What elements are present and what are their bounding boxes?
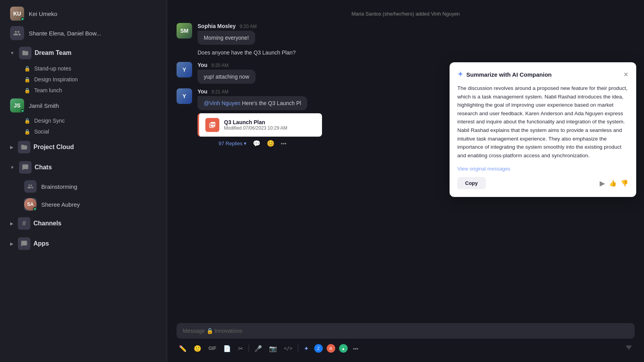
- sidebar-item-standup-label: Stand-up notes: [34, 65, 71, 72]
- sidebar-item-shante-label: Shante Elena, Daniel Bow...: [29, 30, 101, 37]
- message-sender-you-2: You: [198, 88, 207, 95]
- sidebar-item-design-inspiration[interactable]: 🔒 Design Inspiration: [3, 74, 164, 84]
- message-time-you-1: 9:20 AM: [211, 63, 228, 68]
- sidebar-section-project-cloud-label: Project Cloud: [33, 144, 74, 151]
- mention-vinh: @Vinh Nguyen: [204, 100, 240, 106]
- sidebar-item-team-lunch-label: Team lunch: [34, 87, 62, 93]
- lock-icon-team-lunch: 🔒: [24, 88, 30, 93]
- more-toolbar-button[interactable]: •••: [351, 344, 361, 353]
- folder-icon-project-cloud: [18, 141, 30, 153]
- message-time-sophia: 9:20 AM: [240, 24, 257, 29]
- filter-button[interactable]: [623, 343, 635, 354]
- avatar-shante-group: [10, 26, 24, 40]
- ai-copy-button[interactable]: Copy: [457, 177, 486, 189]
- sidebar-item-standup-notes[interactable]: 🔒 Stand-up notes: [3, 63, 164, 74]
- system-message: Maria Santos (she/her/hers) added Vinh N…: [177, 8, 635, 20]
- avatar-you-2: Y: [177, 88, 192, 104]
- chat-icon-chats: [19, 161, 32, 174]
- sidebar-section-project-cloud[interactable]: ▶ Project Cloud: [3, 138, 164, 156]
- file-details: Q3 Launch Plan Modified 07/06/2023 10:29…: [224, 119, 287, 131]
- ai-panel-title: ✦ Summarize with AI Companion: [457, 70, 551, 79]
- sidebar: KU Kei Umeko Shante Elena, Daniel Bow...…: [0, 0, 167, 362]
- ai-play-button[interactable]: ▶: [600, 179, 605, 188]
- sidebar-item-brainstorming[interactable]: Brainstorming: [3, 178, 164, 195]
- ai-thumbdown-button[interactable]: 👎: [621, 179, 628, 187]
- lock-icon-design-insp: 🔒: [24, 77, 30, 83]
- ai-thumbup-button[interactable]: 👍: [609, 179, 617, 187]
- message-content-sophia: Sophia Mosley 9:20 AM Morning everyone! …: [198, 23, 635, 57]
- sidebar-item-brainstorming-label: Brainstorming: [41, 183, 77, 190]
- message-input-box[interactable]: Message 🔒 Innovations: [177, 323, 635, 339]
- sidebar-item-jamil-smith[interactable]: JS Jamil Smith: [3, 96, 164, 115]
- message-bubble-you-1: yup! attaching now: [198, 70, 256, 84]
- sidebar-section-dream-team[interactable]: ▼ Dream Team: [3, 44, 164, 62]
- sidebar-section-channels-label: Channels: [33, 220, 61, 227]
- code-button[interactable]: </>: [282, 344, 295, 353]
- ai-view-original-link[interactable]: View original messages: [457, 166, 628, 172]
- ai-feedback-buttons: ▶ 👍 👎: [600, 179, 628, 188]
- sidebar-item-social-label: Social: [34, 128, 49, 135]
- message-input-area: Message 🔒 Innovations ✏️ 🙂 GIF 📄 ✂ 🎤 📷 <…: [167, 318, 644, 362]
- message-group-sophia: SM Sophia Mosley 9:20 AM Morning everyon…: [177, 23, 635, 57]
- message-sender-you-1: You: [198, 62, 207, 68]
- sidebar-item-sheree-label: Sheree Aubrey: [41, 201, 80, 208]
- online-indicator-sheree: [33, 207, 37, 211]
- sidebar-section-chats-label: Chats: [35, 164, 52, 171]
- sidebar-item-team-lunch[interactable]: 🔒 Team lunch: [3, 85, 164, 95]
- sidebar-item-social[interactable]: 🔒 Social: [3, 127, 164, 137]
- file-attachment-q3[interactable]: Q3 Launch Plan Modified 07/06/2023 10:29…: [198, 113, 322, 137]
- zoom-button[interactable]: Z: [314, 344, 323, 353]
- attach-file-button[interactable]: 📄: [221, 343, 233, 354]
- sidebar-section-apps[interactable]: ▶ Apps: [3, 234, 164, 253]
- ai-panel-body: The discussion revolves around a propose…: [457, 84, 628, 160]
- avatar-kei-umeko: KU: [10, 7, 24, 21]
- sidebar-section-apps-label: Apps: [33, 240, 49, 247]
- main-content: Maria Santos (she/her/hers) added Vinh N…: [167, 0, 644, 362]
- ai-panel-footer: Copy ▶ 👍 👎: [457, 177, 628, 189]
- message-toolbar: ✏️ 🙂 GIF 📄 ✂ 🎤 📷 </> ✦ Z ⚙ ▲ •••: [177, 343, 635, 354]
- toolbar-divider-2: [298, 344, 298, 352]
- more-options-button[interactable]: •••: [281, 141, 287, 147]
- sidebar-item-shante-group[interactable]: Shante Elena, Daniel Bow...: [3, 24, 164, 42]
- file-name: Q3 Launch Plan: [224, 119, 287, 125]
- input-placeholder-text: Message 🔒 Innovations: [183, 328, 242, 334]
- emoji-button[interactable]: 🙂: [191, 343, 204, 354]
- gif-button[interactable]: GIF: [206, 344, 219, 353]
- apps-icon: [18, 237, 30, 250]
- ai-star-icon: ✦: [457, 70, 463, 79]
- sidebar-item-jamil-label: Jamil Smith: [29, 102, 59, 109]
- drive-button[interactable]: ▲: [339, 344, 348, 353]
- lock-icon-social: 🔒: [24, 129, 30, 135]
- ai-button[interactable]: ✦: [301, 343, 311, 354]
- sidebar-section-chats[interactable]: ▼ Chats: [3, 158, 164, 177]
- folder-icon-dream-team: [19, 47, 32, 59]
- lock-icon-design-sync: 🔒: [24, 118, 30, 124]
- message-header-sophia: Sophia Mosley 9:20 AM: [198, 23, 635, 29]
- avatar-jamil-smith: JS: [10, 98, 24, 112]
- chevron-channels: ▶: [10, 221, 13, 226]
- clip-button[interactable]: ✂: [236, 343, 245, 354]
- chevron-apps: ▶: [10, 241, 13, 246]
- ai-panel-close-button[interactable]: ✕: [623, 71, 628, 78]
- online-indicator-jamil: [21, 109, 24, 112]
- sidebar-section-channels[interactable]: ▶ # Channels: [3, 214, 164, 233]
- reaction-button[interactable]: 💬: [253, 140, 261, 147]
- online-indicator: [21, 17, 24, 21]
- file-meta: Modified 07/06/2023 10:29 AM: [224, 125, 287, 131]
- chevron-dream-team: ▼: [10, 51, 14, 55]
- sidebar-item-sheree-aubrey[interactable]: SA Sheree Aubrey: [3, 196, 164, 213]
- chevron-project-cloud: ▶: [10, 145, 13, 150]
- sidebar-item-design-inspiration-label: Design Inspiration: [34, 76, 78, 83]
- message-bubble-you-2: @Vinh Nguyen Here's the Q3 Launch Pl: [198, 96, 307, 110]
- video-button[interactable]: 📷: [267, 343, 279, 354]
- hash-icon-channels: #: [18, 217, 30, 230]
- emoji-reaction-button[interactable]: 😊: [267, 140, 275, 147]
- mic-button[interactable]: 🎤: [252, 343, 264, 354]
- avatar-sophia-mosley: SM: [177, 23, 192, 39]
- replies-count[interactable]: 97 Replies ▾: [219, 141, 247, 146]
- sidebar-item-kei-umeko[interactable]: KU Kei Umeko: [3, 4, 164, 23]
- message-plain-q3: Does anyone have the Q3 Launch Plan?: [198, 48, 635, 57]
- format-button[interactable]: ✏️: [177, 343, 189, 354]
- sidebar-item-design-sync[interactable]: 🔒 Design Sync: [3, 116, 164, 126]
- cog-button[interactable]: ⚙: [327, 344, 335, 353]
